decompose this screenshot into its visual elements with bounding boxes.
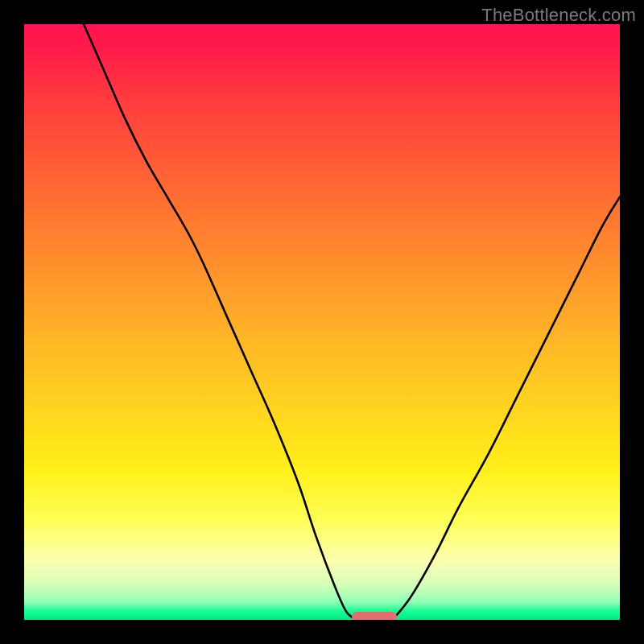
bottleneck-curve-left bbox=[84, 24, 355, 619]
plot-area bbox=[24, 24, 620, 620]
watermark-text: TheBottleneck.com bbox=[481, 5, 636, 26]
optimal-range-marker bbox=[352, 612, 397, 620]
bottleneck-curve-right bbox=[394, 197, 620, 619]
curve-layer bbox=[24, 24, 620, 620]
chart-frame: TheBottleneck.com bbox=[0, 0, 644, 644]
